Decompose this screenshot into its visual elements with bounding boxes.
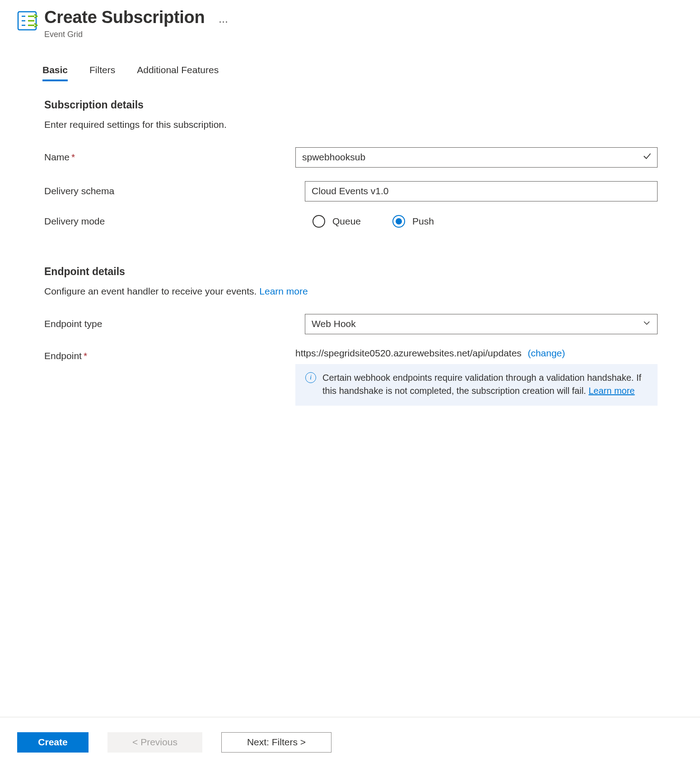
endpoint-type-label: Endpoint type <box>44 318 305 329</box>
endpoint-type-select[interactable]: Web Hook <box>305 314 658 334</box>
endpoint-change-link[interactable]: (change) <box>527 348 565 358</box>
delivery-schema-label: Delivery schema <box>44 186 305 196</box>
radio-queue[interactable]: Queue <box>313 215 361 228</box>
endpoint-section-title: Endpoint details <box>44 266 658 278</box>
endpoint-label: Endpoint* <box>44 348 295 361</box>
radio-push[interactable]: Push <box>392 215 434 228</box>
page-subtitle: Event Grid <box>44 30 205 39</box>
name-input[interactable] <box>295 147 658 168</box>
delivery-mode-radio-group: Queue Push <box>313 215 434 228</box>
next-button[interactable]: Next: Filters > <box>221 732 331 753</box>
chevron-down-icon <box>643 318 651 329</box>
check-icon <box>642 151 652 164</box>
page-title: Create Subscription <box>44 8 205 27</box>
delivery-mode-label: Delivery mode <box>44 216 313 227</box>
subscription-section-desc: Enter required settings for this subscri… <box>44 119 658 130</box>
tab-filters[interactable]: Filters <box>89 65 115 81</box>
info-icon: i <box>305 372 316 383</box>
previous-button: < Previous <box>107 732 202 753</box>
endpoint-section-desc: Configure an event handler to receive yo… <box>44 286 658 297</box>
subscription-section-title: Subscription details <box>44 99 658 111</box>
info-box: i Certain webhook endpoints require vali… <box>295 364 658 406</box>
subscription-icon <box>16 10 38 32</box>
tabs: Basic Filters Additional Features <box>0 65 700 81</box>
info-learn-more-link[interactable]: Learn more <box>588 386 635 396</box>
name-label: Name* <box>44 152 295 163</box>
info-text: Certain webhook endpoints require valida… <box>322 371 648 398</box>
endpoint-value: https://spegridsite0520.azurewebsites.ne… <box>295 348 522 358</box>
create-button[interactable]: Create <box>17 732 89 753</box>
tab-additional-features[interactable]: Additional Features <box>137 65 219 81</box>
more-button[interactable]: … <box>218 14 229 25</box>
tab-basic[interactable]: Basic <box>42 65 68 81</box>
endpoint-learn-more-link[interactable]: Learn more <box>259 286 308 296</box>
delivery-schema-select[interactable]: Cloud Events v1.0 <box>305 181 658 201</box>
